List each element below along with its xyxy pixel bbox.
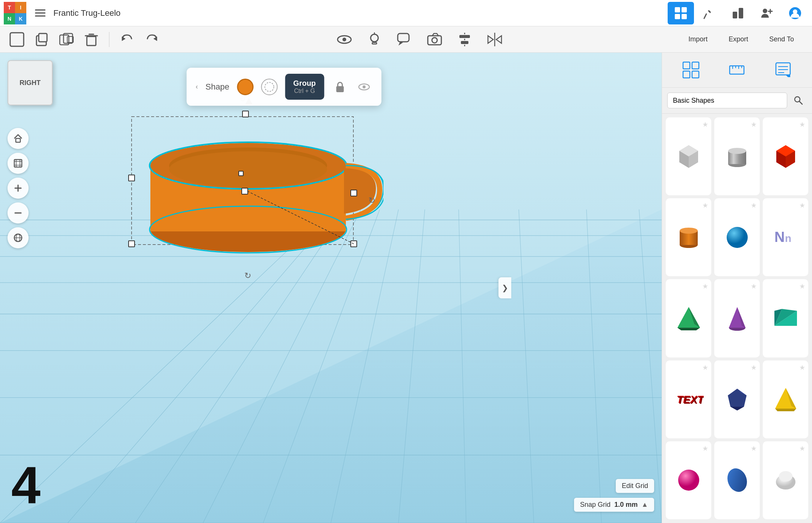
viewport[interactable]: ↻ ↻ ↻ ‹ Shape Group Ctrl + G xyxy=(0,53,662,523)
account-button[interactable] xyxy=(782,2,808,24)
svg-rect-28 xyxy=(398,33,409,42)
svg-point-125 xyxy=(680,228,698,234)
search-button[interactable] xyxy=(790,92,807,109)
favorite-star[interactable]: ★ xyxy=(799,201,805,210)
shape-preview-text-3d: TEXT TEXT xyxy=(674,384,704,414)
person-plus-icon xyxy=(760,6,773,20)
shape-dropdown-arrow[interactable]: ‹ xyxy=(195,83,198,91)
favorite-star[interactable]: ★ xyxy=(751,444,757,453)
zoom-out-button[interactable] xyxy=(8,202,29,223)
bulb-icon xyxy=(366,31,383,48)
shape-item-box-red[interactable]: ★ xyxy=(763,117,808,195)
new-shape-button[interactable] xyxy=(8,30,26,49)
shape-item-sphere-blue[interactable]: ★ xyxy=(714,198,760,276)
view-button[interactable] xyxy=(335,30,354,49)
shape-item-pyramid-yellow[interactable]: ★ xyxy=(763,360,808,438)
ruler-panel-button[interactable] xyxy=(726,59,748,81)
favorite-star[interactable]: ★ xyxy=(799,120,805,129)
tinkercad-logo[interactable]: T I N K xyxy=(4,2,26,24)
search-row: Basic Shapes Featured Letters Connectors… xyxy=(662,88,812,114)
svg-rect-68 xyxy=(242,111,248,117)
camera-button[interactable] xyxy=(425,30,444,49)
favorite-star[interactable]: ★ xyxy=(751,120,757,129)
shape-item-shape-white[interactable]: ★ xyxy=(763,441,808,519)
add-person-button[interactable] xyxy=(753,2,780,24)
favorite-star[interactable]: ★ xyxy=(751,363,757,372)
panel-expand-arrow[interactable]: ❯ xyxy=(498,277,511,298)
community-button[interactable] xyxy=(395,30,414,49)
svg-text:n: n xyxy=(785,233,791,244)
favorite-star[interactable]: ★ xyxy=(702,363,708,372)
shape-item-text-3d[interactable]: ★ TEXT TEXT xyxy=(666,360,711,438)
svg-marker-36 xyxy=(488,36,493,43)
grid-view-button[interactable] xyxy=(668,2,694,24)
zoom-in-button[interactable] xyxy=(8,178,29,199)
redo-button[interactable] xyxy=(142,30,161,49)
light-button[interactable] xyxy=(365,30,384,49)
mirror-button[interactable] xyxy=(485,30,504,49)
shape-item-letters[interactable]: ★ N n xyxy=(763,198,808,276)
favorite-star[interactable]: ★ xyxy=(702,201,708,210)
logo-i: I xyxy=(15,2,26,13)
undo-button[interactable] xyxy=(118,30,136,49)
ruler-panel-icon xyxy=(727,61,746,79)
favorite-star[interactable]: ★ xyxy=(751,282,757,290)
align-button[interactable] xyxy=(455,30,474,49)
send-to-button[interactable]: Send To xyxy=(759,31,804,48)
perspective-button[interactable] xyxy=(8,227,29,248)
copy-button[interactable] xyxy=(32,30,51,49)
svg-rect-3 xyxy=(682,14,687,19)
view-cube[interactable]: RIGHT xyxy=(8,60,53,105)
shape-item-box-gray[interactable]: ★ xyxy=(666,117,711,195)
shape-item-shape-blue2[interactable]: ★ xyxy=(714,441,760,519)
panel-toolbar xyxy=(662,53,812,88)
export-button[interactable]: Export xyxy=(718,31,759,48)
shapes-grid: ★ ★ xyxy=(662,114,812,523)
snap-arrow-up[interactable]: ▲ xyxy=(641,501,648,509)
visibility-button[interactable] xyxy=(356,79,372,95)
zoom-out-icon xyxy=(13,208,23,218)
shape-item-wedge-teal[interactable]: ★ xyxy=(763,279,808,357)
project-title: Frantic Trug-Leelo xyxy=(53,8,668,18)
svg-text:N: N xyxy=(774,229,785,245)
shape-item-cylinder-gray[interactable]: ★ xyxy=(714,117,760,195)
shape-item-sphere-pink[interactable]: ★ xyxy=(666,441,711,519)
shape-item-cylinder-orange[interactable]: ★ xyxy=(666,198,711,276)
shape-tooltip: ‹ Shape Group Ctrl + G xyxy=(186,68,381,106)
shape-preview-box-red xyxy=(771,141,801,172)
lock-button[interactable] xyxy=(332,79,348,95)
shape-item-pyramid-green[interactable]: ★ xyxy=(666,279,711,357)
notes-panel-button[interactable] xyxy=(772,59,794,81)
fit-view-icon xyxy=(13,158,23,169)
favorite-star[interactable]: ★ xyxy=(799,444,805,453)
zoom-in-icon xyxy=(13,183,23,193)
svg-rect-73 xyxy=(242,188,248,194)
favorite-star[interactable]: ★ xyxy=(799,282,805,290)
hamburger-button[interactable] xyxy=(31,4,50,23)
shape-item-cone-purple[interactable]: ★ xyxy=(714,279,760,357)
shapes-dropdown[interactable]: Basic Shapes Featured Letters Connectors… xyxy=(667,93,787,108)
favorite-star[interactable]: ★ xyxy=(702,444,708,453)
account-icon xyxy=(788,6,802,20)
home-button[interactable] xyxy=(8,128,29,149)
svg-marker-37 xyxy=(496,36,501,43)
tools-button[interactable] xyxy=(696,2,723,24)
delete-button[interactable] xyxy=(82,30,101,49)
favorite-star[interactable]: ★ xyxy=(799,363,805,372)
import-button[interactable]: Import xyxy=(678,31,718,48)
edit-grid-button[interactable]: Edit Grid xyxy=(616,479,654,493)
favorite-star[interactable]: ★ xyxy=(702,120,708,129)
shape-item-gem-navy[interactable]: ★ xyxy=(714,360,760,438)
svg-rect-71 xyxy=(129,241,135,247)
view-cube-face[interactable]: RIGHT xyxy=(8,60,53,105)
favorite-star[interactable]: ★ xyxy=(702,282,708,290)
color-picker[interactable] xyxy=(237,79,253,95)
favorite-star[interactable]: ★ xyxy=(751,201,757,210)
logo-n: N xyxy=(4,13,15,24)
shape-preview-pyramid-yellow xyxy=(771,384,801,414)
hole-button[interactable] xyxy=(261,79,277,95)
duplicate-button[interactable] xyxy=(57,30,76,49)
grid-panel-button[interactable] xyxy=(680,59,702,81)
blocks-button[interactable] xyxy=(725,2,751,24)
fit-view-button[interactable] xyxy=(8,153,29,174)
